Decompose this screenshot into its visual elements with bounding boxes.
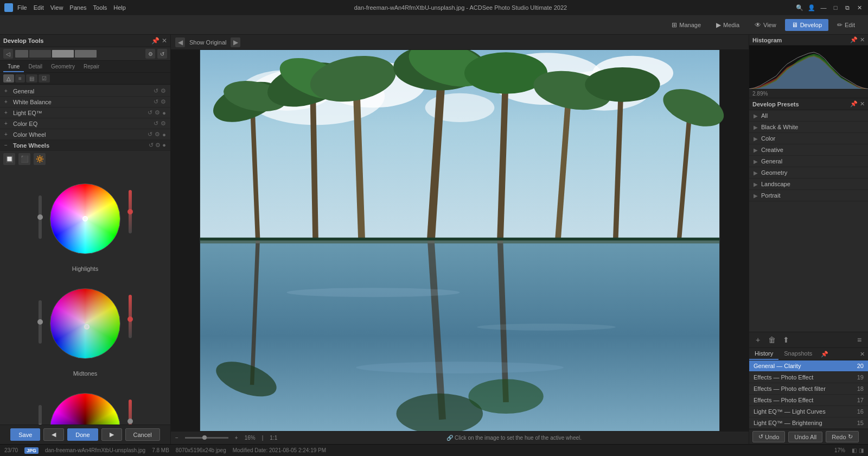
- reset-icon[interactable]: ↺: [154, 98, 158, 105]
- show-original-label[interactable]: Show Original: [189, 39, 226, 46]
- shadows-wheel[interactable]: [50, 393, 120, 425]
- close-history-icon[interactable]: ✕: [860, 351, 865, 358]
- settings-icon[interactable]: ⚙: [161, 87, 166, 94]
- menu-tools[interactable]: Tools: [93, 4, 107, 11]
- preset-geometry[interactable]: ▶ Geometry: [749, 167, 868, 179]
- restore-icon[interactable]: ⧉: [843, 3, 852, 12]
- reset-icon[interactable]: ↺: [148, 109, 152, 116]
- mode-check[interactable]: ☑: [39, 74, 50, 83]
- history-item-3[interactable]: Effects — Photo Effect 17: [749, 395, 868, 406]
- window-controls[interactable]: 🔍 👤 — □ ⧉ ✕: [795, 3, 864, 12]
- settings-icon[interactable]: ⚙: [145, 49, 155, 59]
- preset-portrait[interactable]: ▶ Portrait: [749, 190, 868, 201]
- settings-icon[interactable]: ⚙: [161, 120, 166, 127]
- midtones-wheel-dot[interactable]: [84, 324, 90, 330]
- shadows-color-wheel[interactable]: [50, 393, 120, 425]
- image-container[interactable]: [171, 50, 749, 431]
- histogram-controls[interactable]: 📌 ✕: [850, 36, 865, 43]
- tune-tab-tune[interactable]: Tune: [3, 62, 24, 72]
- reset-icon[interactable]: ↺: [154, 87, 158, 94]
- prev-button[interactable]: ◀: [43, 428, 64, 441]
- add-preset-button[interactable]: +: [752, 334, 763, 345]
- menu-file[interactable]: File: [17, 4, 27, 11]
- prev-image-button[interactable]: ◀: [175, 37, 185, 47]
- tab-snapshots[interactable]: Snapshots: [778, 348, 818, 360]
- eyedropper-shadow-tool[interactable]: 🔲: [3, 153, 15, 165]
- reset-icon[interactable]: ↺: [148, 131, 152, 138]
- preset-color[interactable]: ▶ Color: [749, 133, 868, 144]
- menu-preset-button[interactable]: ≡: [854, 334, 865, 345]
- pin-icon[interactable]: 📌: [850, 36, 858, 43]
- history-header-controls[interactable]: 📌 ✕: [818, 348, 868, 360]
- tab-view[interactable]: 👁 View: [748, 19, 783, 31]
- close-histogram-icon[interactable]: ✕: [860, 36, 865, 43]
- midtones-wheel-container[interactable]: [36, 278, 134, 368]
- tone-wheels-header[interactable]: − Tone Wheels ↺ ⚙ ●: [0, 140, 170, 151]
- history-item-5[interactable]: Light EQ™ — Brightening 15: [749, 417, 868, 429]
- tool-coloreq-icons[interactable]: ↺ ⚙: [154, 120, 166, 127]
- history-item-2[interactable]: Effects — Photo effect filter 18: [749, 383, 868, 395]
- tune-tab-detail[interactable]: Detail: [24, 62, 47, 72]
- tool-wb-icons[interactable]: ↺ ⚙: [154, 98, 166, 105]
- undo-all-button[interactable]: Undo All: [788, 432, 822, 442]
- tab-manage[interactable]: ⊞ Manage: [665, 19, 707, 31]
- undo-button[interactable]: ↺ Undo: [752, 431, 785, 442]
- shadows-wheel-container[interactable]: [36, 383, 134, 425]
- panel-right-icon[interactable]: ◨: [859, 447, 864, 453]
- reset-icon[interactable]: ↺: [149, 142, 154, 149]
- shadows-left-arc[interactable]: [36, 400, 44, 425]
- close-icon[interactable]: ✕: [855, 3, 864, 12]
- eyedropper-highlight-tool[interactable]: 🔆: [34, 153, 46, 165]
- tone-wheels-icons[interactable]: ↺ ⚙ ●: [149, 142, 166, 149]
- midtones-left-arc[interactable]: [36, 295, 44, 349]
- export-preset-button[interactable]: ⬆: [781, 334, 792, 345]
- tab-develop[interactable]: 🖥 Develop: [785, 19, 828, 31]
- settings-icon[interactable]: ⚙: [155, 131, 160, 138]
- preset-all[interactable]: ▶ All: [749, 110, 868, 122]
- person-icon[interactable]: 👤: [807, 3, 816, 12]
- tab-edit[interactable]: ✏ Edit: [831, 19, 861, 31]
- tab-media[interactable]: ▶ Media: [710, 19, 746, 31]
- highlights-wheel-container[interactable]: [36, 174, 134, 263]
- eyedropper-mid-tool[interactable]: ⬛: [18, 153, 30, 165]
- mode-bars2[interactable]: ▤: [26, 74, 37, 83]
- highlights-wheel-dot[interactable]: [82, 216, 88, 221]
- next-button[interactable]: ▶: [101, 428, 122, 441]
- main-image[interactable]: [171, 50, 749, 431]
- preset-landscape[interactable]: ▶ Landscape: [749, 179, 868, 190]
- menu-help[interactable]: Help: [113, 4, 126, 11]
- tab-history[interactable]: History: [749, 348, 778, 360]
- midtones-right-arc[interactable]: [126, 295, 134, 349]
- tool-white-balance[interactable]: + White Balance ↺ ⚙: [0, 97, 170, 107]
- reset-icon[interactable]: ↺: [154, 120, 158, 127]
- pin-icon[interactable]: 📌: [821, 351, 828, 358]
- menu-panes[interactable]: Panes: [69, 4, 86, 11]
- tool-general[interactable]: + General ↺ ⚙: [0, 86, 170, 97]
- zoom-slider-track[interactable]: [185, 437, 228, 439]
- dot-icon[interactable]: ●: [162, 110, 166, 116]
- settings-icon[interactable]: ⚙: [155, 109, 160, 116]
- tool-general-icons[interactable]: ↺ ⚙: [154, 87, 166, 94]
- dot-icon[interactable]: ●: [162, 142, 166, 149]
- minimize-icon[interactable]: —: [819, 3, 828, 12]
- maximize-icon[interactable]: □: [831, 3, 840, 12]
- history-item-0[interactable]: General — Clarity 20: [749, 360, 868, 372]
- save-button[interactable]: Save: [10, 428, 40, 441]
- delete-preset-button[interactable]: 🗑: [767, 334, 777, 345]
- tune-tab-repair[interactable]: Repair: [79, 62, 104, 72]
- zoom-minus-icon[interactable]: −: [175, 435, 178, 441]
- search-icon[interactable]: 🔍: [795, 3, 804, 12]
- menu-bar[interactable]: File Edit View Panes Tools Help: [17, 4, 126, 11]
- menu-view[interactable]: View: [50, 4, 63, 11]
- tool-color-wheel[interactable]: + Color Wheel ↺ ⚙ ●: [0, 129, 170, 140]
- highlights-wheel[interactable]: [50, 183, 120, 254]
- settings-icon[interactable]: ⚙: [155, 142, 161, 149]
- midtones-wheel[interactable]: [50, 288, 120, 359]
- dot-icon[interactable]: ●: [162, 131, 166, 138]
- tool-colorwheel-icons[interactable]: ↺ ⚙ ●: [148, 131, 166, 138]
- highlights-left-arc[interactable]: [36, 190, 44, 244]
- mode-bars1[interactable]: ≡: [15, 74, 25, 83]
- back-tool-icon[interactable]: ◁: [3, 49, 13, 59]
- mode-triangle[interactable]: △: [3, 74, 14, 83]
- next-image-button[interactable]: ▶: [231, 37, 240, 47]
